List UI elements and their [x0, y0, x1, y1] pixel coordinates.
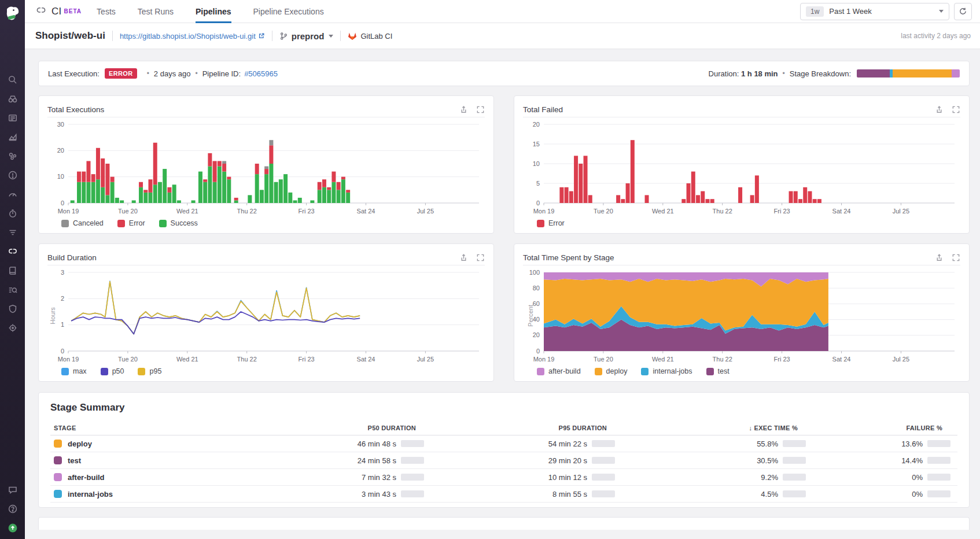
svg-text:Sat 24: Sat 24 — [357, 356, 375, 363]
svg-text:10: 10 — [533, 160, 540, 167]
build-duration-chart[interactable]: 0123Mon 19Tue 20Wed 21Thu 22Fri 23Sat 24… — [47, 268, 485, 364]
svg-text:10: 10 — [57, 173, 64, 180]
legend-item-Error[interactable]: Error — [117, 219, 145, 227]
tab-pipelines[interactable]: Pipelines — [196, 0, 231, 23]
p95-duration-cell: 29 min 20 s — [431, 456, 622, 465]
bullet: • — [783, 69, 785, 77]
svg-text:Wed 21: Wed 21 — [652, 208, 674, 215]
branch-selector[interactable]: preprod — [279, 31, 334, 41]
repo-url-link[interactable]: https://gitlab.shopist.io/Shopist/web-ui… — [120, 32, 265, 40]
metrics-chart-icon[interactable] — [7, 131, 18, 142]
tab-test-runs[interactable]: Test Runs — [138, 0, 174, 23]
expand-icon[interactable] — [476, 253, 485, 262]
legend-item-Error[interactable]: Error — [537, 219, 565, 227]
legend-item-test[interactable]: test — [706, 367, 730, 375]
last-activity: last activity 2 days ago — [901, 32, 971, 40]
svg-text:0: 0 — [536, 348, 540, 355]
export-icon[interactable] — [935, 105, 944, 114]
events-list-icon[interactable] — [7, 112, 18, 123]
p50-duration-cell: 3 min 43 s — [240, 490, 431, 499]
stage-row-internal-jobs[interactable]: internal-jobs3 min 43 s8 min 55 s4.5%0% — [50, 486, 957, 503]
svg-text:0: 0 — [536, 200, 540, 206]
pipeline-header: Shopist/web-ui https://gitlab.shopist.io… — [25, 23, 980, 49]
export-icon[interactable] — [935, 253, 944, 262]
expand-icon[interactable] — [952, 105, 960, 114]
legend-item-max[interactable]: max — [61, 367, 87, 375]
stage-color-swatch — [54, 490, 62, 498]
col-failure[interactable]: FAILURE % — [813, 424, 957, 431]
settings-target-icon[interactable] — [7, 322, 18, 333]
tab-tests[interactable]: Tests — [97, 0, 116, 23]
legend-swatch — [537, 368, 544, 375]
search-icon[interactable] — [7, 74, 18, 85]
stage-row-test[interactable]: test24 min 58 s29 min 20 s30.5%14.4% — [50, 452, 957, 469]
col-stage: STAGE — [50, 424, 240, 431]
svg-text:Jul 25: Jul 25 — [417, 208, 434, 215]
apm-icon[interactable] — [7, 208, 18, 219]
legend-swatch — [101, 368, 108, 375]
dashboards-gauge-icon[interactable] — [7, 189, 18, 200]
monitors-alert-icon[interactable] — [7, 169, 18, 180]
chart-legend: after-builddeployinternal-jobstest — [523, 364, 960, 378]
chart-title: Build Duration — [47, 253, 97, 262]
tab-pipeline-executions[interactable]: Pipeline Executions — [253, 0, 324, 23]
legend-swatch — [159, 220, 167, 227]
value-bar — [927, 440, 950, 447]
svg-text:20: 20 — [57, 147, 64, 154]
value-bar — [927, 490, 950, 497]
export-icon[interactable] — [459, 105, 468, 114]
refresh-button[interactable] — [954, 3, 972, 20]
legend-item-p50[interactable]: p50 — [101, 367, 124, 375]
time-by-stage-chart[interactable]: 020406080100Mon 19Tue 20Wed 21Thu 22Fri … — [523, 268, 960, 364]
synthetics-icon[interactable] — [7, 284, 18, 295]
stage-name[interactable]: after-build — [68, 473, 105, 482]
legend-item-deploy[interactable]: deploy — [595, 367, 628, 375]
legend-swatch — [138, 368, 145, 375]
watchdog-icon[interactable] — [7, 93, 18, 104]
y-axis-label: Hours — [49, 307, 56, 324]
infrastructure-icon[interactable] — [7, 150, 18, 161]
p95-duration-cell: 54 min 22 s — [431, 440, 622, 448]
svg-text:Tue 20: Tue 20 — [118, 356, 138, 363]
notebooks-icon[interactable] — [7, 265, 18, 276]
legend-item-after-build[interactable]: after-build — [537, 367, 581, 375]
stage-row-after-build[interactable]: after-build7 min 32 s10 min 12 s9.2%0% — [50, 469, 957, 486]
col-p95-duration[interactable]: P95 DURATION — [431, 424, 622, 431]
expand-icon[interactable] — [476, 105, 485, 114]
col-p50-duration[interactable]: P50 DURATION — [240, 424, 431, 431]
bullet: • — [195, 69, 197, 77]
legend-item-internal-jobs[interactable]: internal-jobs — [641, 367, 692, 375]
pipeline-id-link[interactable]: #5065965 — [244, 69, 278, 78]
export-icon[interactable] — [459, 253, 468, 262]
stage-breakdown-label: Stage Breakdown: — [790, 69, 851, 78]
legend-item-Success[interactable]: Success — [159, 219, 198, 227]
stage-name[interactable]: test — [68, 456, 81, 465]
beta-badge: BETA — [64, 8, 82, 14]
col-exec-time[interactable]: ↓ EXEC TIME % — [622, 424, 813, 431]
logs-filter-icon[interactable] — [7, 227, 18, 238]
stage-breakdown-bar[interactable] — [857, 69, 960, 77]
stage-name[interactable]: deploy — [68, 440, 92, 448]
help-icon[interactable] — [7, 503, 18, 514]
legend-item-Canceled[interactable]: Canceled — [61, 219, 104, 227]
time-range-selector[interactable]: 1w Past 1 Week — [800, 3, 949, 20]
breakdown-segment-test — [857, 69, 890, 77]
stage-name[interactable]: internal-jobs — [68, 490, 113, 499]
total-failed-chart[interactable]: 05101520Mon 19Tue 20Wed 21Thu 22Fri 23Sa… — [523, 120, 960, 216]
total-executions-chart[interactable]: 0102030Mon 19Tue 20Wed 21Thu 22Fri 23Sat… — [47, 120, 485, 216]
expand-icon[interactable] — [952, 253, 960, 262]
svg-text:Wed 21: Wed 21 — [652, 356, 674, 363]
failure-cell: 0% — [813, 473, 957, 482]
legend-item-p95[interactable]: p95 — [138, 367, 161, 375]
chat-icon[interactable] — [7, 484, 18, 495]
legend-swatch — [641, 368, 649, 375]
datadog-logo[interactable] — [4, 5, 21, 23]
security-shield-icon[interactable] — [7, 303, 18, 314]
stage-row-deploy[interactable]: deploy46 min 48 s54 min 22 s55.8%13.6% — [50, 435, 957, 452]
user-avatar[interactable] — [7, 522, 18, 533]
time-by-stage-card: Total Time Spent by Stage Percent 020406… — [514, 243, 970, 382]
y-axis-label: Percent — [527, 305, 534, 327]
svg-text:Mon 19: Mon 19 — [58, 356, 79, 363]
last-execution-label: Last Execution: — [48, 69, 100, 78]
ci-icon[interactable] — [7, 246, 18, 257]
